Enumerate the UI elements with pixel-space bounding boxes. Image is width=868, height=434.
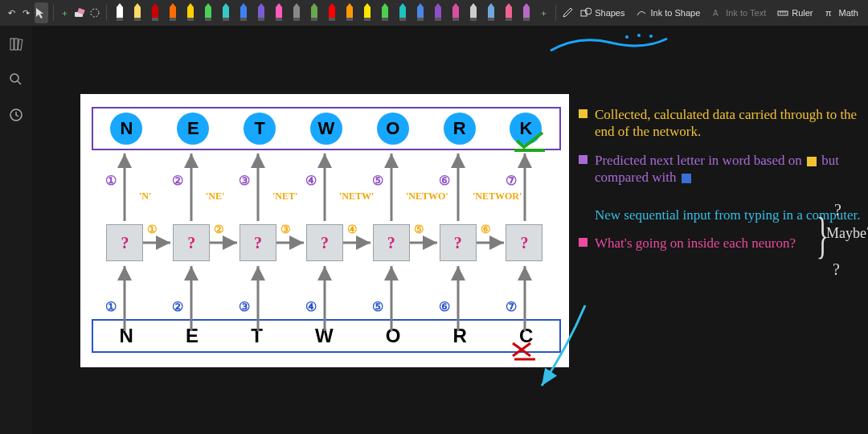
color-dropper-button[interactable] — [561, 2, 575, 23]
ink-to-text-label: Ink to Text — [726, 8, 766, 18]
add-pen-button[interactable]: ＋ — [58, 2, 72, 23]
input-letter: O — [386, 325, 401, 347]
left-sidebar — [0, 26, 32, 434]
pen-16[interactable] — [395, 3, 411, 23]
pen-8[interactable] — [253, 3, 269, 23]
step-num-bot: ⑤ — [372, 299, 383, 314]
svg-point-41 — [625, 35, 628, 39]
input-letter: R — [453, 325, 467, 347]
input-letter: C — [519, 325, 533, 347]
pen-3[interactable] — [165, 3, 181, 23]
pen-21[interactable] — [483, 3, 499, 23]
redo-button[interactable]: ↷ — [20, 2, 34, 23]
output-letter: N — [110, 113, 142, 145]
hidden-cell: ? — [506, 224, 542, 261]
svg-rect-13 — [293, 18, 300, 21]
separator — [555, 5, 556, 21]
undo-button[interactable]: ↶ — [5, 2, 18, 23]
step-num-top: ⑦ — [506, 173, 517, 188]
note-1-text: Collected, calculated data carried throu… — [595, 107, 857, 139]
notebooks-icon[interactable] — [6, 34, 27, 55]
pen-15[interactable] — [377, 3, 393, 23]
bullet-icon — [579, 155, 588, 164]
pen-12[interactable] — [324, 3, 340, 23]
note-2-text-a: Predicted next letter in word based on — [595, 153, 805, 168]
pen-11[interactable] — [306, 3, 322, 23]
yellow-swatch-icon — [807, 157, 817, 166]
horiz-num: ④ — [347, 223, 358, 236]
pen-19[interactable] — [448, 3, 464, 23]
step-num-top: ⑤ — [372, 173, 383, 188]
step-num-bot: ⑥ — [439, 299, 450, 314]
horiz-num: ③ — [280, 223, 291, 236]
rnn-diagram: NETWORK ??????? NETWORC ①②③④⑤⑥⑦ ①②③④⑤⑥⑦ … — [80, 94, 569, 367]
separator — [106, 5, 107, 21]
horiz-num: ① — [147, 223, 158, 236]
svg-rect-9 — [223, 18, 229, 21]
ruler-tool[interactable]: Ruler — [772, 2, 817, 23]
svg-rect-24 — [488, 18, 494, 21]
svg-rect-25 — [506, 18, 512, 21]
lasso-button[interactable] — [88, 2, 101, 23]
pen-13[interactable] — [342, 3, 358, 23]
pen-23[interactable] — [518, 3, 534, 23]
eraser-button[interactable] — [73, 2, 87, 23]
cursor-tool-button[interactable] — [35, 2, 48, 23]
pen-7[interactable] — [235, 3, 252, 23]
input-letter: N — [120, 325, 133, 347]
bullet-icon — [579, 238, 588, 247]
question-mark-1: ? — [834, 201, 841, 219]
math-tool[interactable]: πMath — [820, 2, 863, 23]
step-num-top: ① — [105, 173, 117, 188]
blue-swatch-icon — [682, 174, 691, 183]
note-canvas[interactable]: NETWORK ??????? NETWORC ①②③④⑤⑥⑦ ①②③④⑤⑥⑦ … — [32, 26, 868, 434]
input-row: NETWORC — [92, 319, 561, 353]
note-2: Predicted next letter in word based on b… — [579, 152, 865, 186]
pen-22[interactable] — [501, 3, 517, 23]
prefix-label: 'NETWO' — [406, 190, 448, 203]
note-4-text: What's going on inside each neuron? — [595, 235, 796, 251]
separator — [53, 5, 54, 21]
pen-20[interactable] — [465, 3, 481, 23]
pen-1[interactable] — [129, 3, 145, 23]
svg-rect-11 — [258, 18, 264, 21]
search-icon[interactable] — [6, 69, 27, 90]
prefix-label: 'NETWOR' — [473, 190, 522, 203]
shapes-tool[interactable]: Shapes — [575, 2, 629, 23]
pen-17[interactable] — [412, 3, 428, 23]
svg-rect-36 — [14, 39, 18, 50]
svg-rect-3 — [117, 18, 123, 21]
step-num-top: ⑥ — [439, 173, 450, 188]
pen-4[interactable] — [182, 3, 199, 23]
hidden-cell: ? — [240, 224, 276, 261]
pen-2[interactable] — [147, 3, 163, 23]
pen-5[interactable] — [200, 3, 216, 23]
input-letter: E — [186, 325, 199, 347]
bullet-icon — [579, 109, 588, 118]
svg-text:π: π — [825, 8, 832, 18]
shapes-label: Shapes — [595, 8, 624, 18]
prefix-label: 'NE' — [206, 190, 224, 203]
hidden-cell: ? — [106, 224, 143, 261]
pen-18[interactable] — [430, 3, 446, 23]
recent-icon[interactable] — [6, 104, 27, 125]
pen-9[interactable] — [271, 3, 287, 23]
svg-rect-4 — [134, 18, 141, 21]
input-letter: W — [315, 325, 334, 347]
horiz-num: ② — [214, 223, 224, 236]
svg-rect-19 — [399, 18, 406, 21]
svg-rect-21 — [435, 18, 441, 21]
pen-6[interactable] — [218, 3, 234, 23]
hidden-cell: ? — [440, 224, 477, 261]
output-letter: R — [444, 113, 476, 145]
prefix-label: 'N' — [139, 190, 151, 203]
note-1: Collected, calculated data carried throu… — [579, 106, 865, 141]
pen-14[interactable] — [359, 3, 375, 23]
svg-rect-8 — [205, 18, 211, 21]
add-pen-end-button[interactable]: ＋ — [537, 2, 551, 23]
pen-0[interactable] — [112, 3, 128, 23]
ink-to-shape-tool[interactable]: Ink to Shape — [631, 2, 705, 23]
pen-10[interactable] — [289, 3, 305, 23]
step-num-top: ② — [172, 173, 183, 188]
blue-pointer-arrow — [535, 299, 592, 395]
